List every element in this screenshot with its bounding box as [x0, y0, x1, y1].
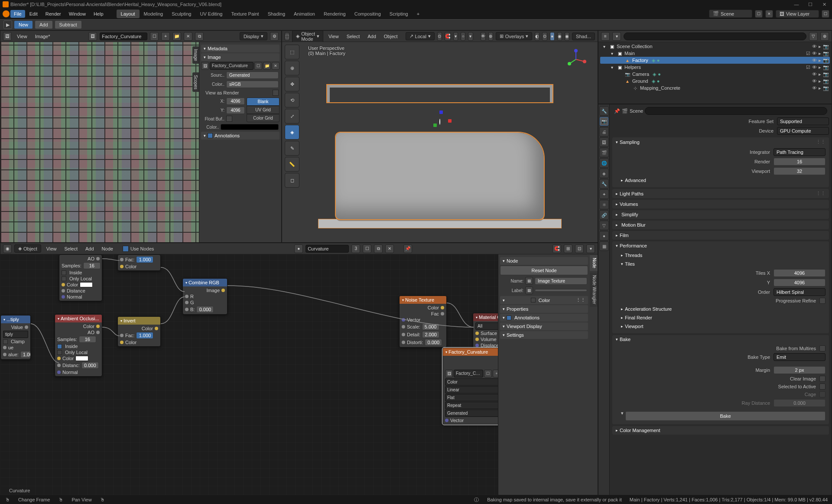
menu-render[interactable]: Render — [42, 10, 65, 18]
sect-sampling[interactable]: Sampling⋮⋮ — [612, 137, 829, 146]
prop-pin-icon[interactable]: 📌 — [614, 108, 620, 114]
ptab-material-icon[interactable]: ● — [599, 231, 609, 241]
ptab-modifier-icon[interactable]: 🔧 — [599, 179, 609, 189]
tab-uv-editing[interactable]: UV Editing — [195, 10, 227, 18]
material-icon[interactable]: ● — [657, 58, 660, 63]
scene-delete-button[interactable]: ✕ — [765, 10, 773, 18]
node-menu-add[interactable]: Add — [83, 245, 97, 252]
visibility-eye-icon[interactable]: 👁 — [812, 44, 817, 49]
render-visibility-icon[interactable]: 📷 — [823, 85, 829, 91]
sect-motion-blur[interactable]: Motion Blur — [612, 221, 829, 229]
tool-transform-icon[interactable]: ◈ — [285, 125, 299, 140]
bake-margin-field[interactable]: 2 px — [774, 366, 826, 374]
tiles-y-field[interactable]: 4096 — [774, 279, 826, 286]
node-name-field[interactable]: Image Texture — [535, 277, 587, 285]
image-options-icon[interactable]: ⚙ — [270, 32, 279, 41]
slot-unlink-icon[interactable]: ✕ — [385, 244, 394, 253]
outliner-filter-icon[interactable]: ▽ — [809, 32, 818, 41]
snap-type-icon[interactable]: ▾ — [453, 32, 458, 41]
collection-checkbox[interactable]: ☑ — [806, 51, 810, 56]
outliner-item-scene-collection[interactable]: ▾▣Scene Collection👁▸📷 — [600, 43, 830, 50]
gen-type-blank[interactable]: Blank — [247, 98, 280, 106]
close-button[interactable]: ✕ — [819, 2, 829, 7]
tiles-x-field[interactable]: 4096 — [774, 269, 826, 277]
outliner-item-mapping_concrete[interactable]: ⊹Mapping_Concrete👁▸📷 — [600, 85, 830, 91]
tab-rendering[interactable]: Rendering — [319, 10, 350, 18]
ptab-output-icon[interactable]: 🖨 — [599, 127, 609, 137]
visibility-icon[interactable]: 👁 — [481, 32, 486, 41]
blender-icon[interactable] — [3, 10, 10, 17]
bake-button[interactable]: Bake — [625, 411, 826, 421]
tab-texture-paint[interactable]: Texture Paint — [227, 10, 263, 18]
clear-image-checkbox[interactable] — [819, 376, 826, 382]
sect-final-render[interactable]: Final Render — [621, 313, 826, 322]
proportional-icon[interactable]: ○ — [461, 32, 465, 41]
tab-modeling[interactable]: Modeling — [140, 10, 168, 18]
node-mix[interactable]: Fac:1.000 Color — [117, 254, 161, 271]
node-noise-texture[interactable]: Noise Texture Color Fac Vector Scale:5.0… — [399, 296, 447, 348]
tool-addcube-icon[interactable]: ◻ — [285, 173, 299, 188]
menu-help[interactable]: Help — [90, 10, 107, 18]
shade-wire-icon[interactable]: ⊙ — [542, 32, 547, 41]
vp-menu-object[interactable]: Object — [381, 33, 400, 40]
tool-cursor-icon[interactable]: ⊕ — [285, 61, 299, 75]
sect-advanced[interactable]: Advanced — [621, 176, 826, 185]
node-menu-view[interactable]: View — [44, 245, 59, 252]
overlays-dropdown[interactable]: ⊞Overlays▾ — [496, 32, 532, 40]
selectable-icon[interactable]: ▸ — [819, 78, 821, 84]
shading-dropdown[interactable]: Shad... — [572, 33, 595, 40]
bool-new-button[interactable]: New — [14, 20, 33, 29]
shade-solid-icon[interactable]: ● — [550, 32, 555, 41]
manipulator-gizmo[interactable] — [439, 119, 440, 124]
tool-measure-icon[interactable]: 📏 — [285, 157, 299, 172]
shade-matprev-icon[interactable]: ◉ — [557, 32, 562, 41]
reset-node-button[interactable]: Reset Node — [500, 266, 588, 275]
tool-scale-icon[interactable]: ⤢ — [285, 109, 299, 124]
side-node[interactable]: Node — [500, 257, 588, 265]
image-users-icon[interactable]: ☐ — [150, 32, 159, 41]
outliner-display-dropdown[interactable]: ▾ — [612, 32, 621, 41]
ptab-object-icon[interactable]: ◈ — [599, 169, 609, 178]
bool-subtract-button[interactable]: Subtract — [55, 20, 82, 29]
mesh-data-icon[interactable]: ◈ — [653, 72, 656, 77]
sect-perf-viewport[interactable]: Viewport — [621, 322, 826, 331]
shade-rendered-icon[interactable]: ◉ — [565, 32, 569, 41]
gen-type-colorgrid[interactable]: Color Grid — [247, 114, 280, 122]
tool-rotate-icon[interactable]: ⟲ — [285, 93, 299, 107]
sect-color-mgmt[interactable]: Color Management — [612, 426, 829, 435]
device-dropdown[interactable]: GPU Compute — [777, 127, 829, 135]
use-nodes-checkbox[interactable] — [123, 246, 129, 252]
ptab-world-icon[interactable]: 🌐 — [599, 158, 609, 168]
vp-menu-add[interactable]: Add — [365, 33, 379, 40]
node-label-field[interactable] — [535, 289, 587, 292]
bake-multires-checkbox[interactable] — [819, 345, 826, 351]
visibility-eye-icon[interactable]: 👁 — [812, 72, 817, 77]
outliner-new-collection-icon[interactable]: ⊕ — [820, 32, 829, 41]
collection-checkbox[interactable]: ☑ — [806, 65, 810, 70]
visibility-eye-icon[interactable]: 👁 — [812, 51, 817, 56]
editor-type-outliner-icon[interactable]: ≡ — [601, 32, 610, 41]
img-open2-icon[interactable]: 📁 — [263, 62, 271, 70]
render-visibility-icon[interactable]: 📷 — [823, 58, 829, 63]
editor-type-3d-icon[interactable]: ⬚ — [285, 32, 289, 41]
tab-layout[interactable]: Layout — [117, 10, 140, 18]
side-settings[interactable]: Settings — [500, 331, 588, 339]
node-type-dropdown[interactable]: ◈Object — [14, 244, 41, 253]
properties-search[interactable] — [645, 107, 827, 115]
editor-type-icon[interactable]: 🖼 — [3, 32, 12, 41]
slot-browse-icon[interactable]: ● — [294, 244, 303, 253]
nodename-browse-icon[interactable]: ▦ — [525, 277, 533, 285]
gen-y-field[interactable]: 4096 — [226, 107, 245, 114]
ptab-constraint-icon[interactable]: 🔗 — [599, 210, 609, 220]
snap-icon[interactable]: 🧲 — [445, 32, 451, 41]
side-color[interactable]: Color⋮⋮ — [500, 296, 588, 304]
menu-file[interactable]: File — [10, 10, 25, 18]
scene-selector[interactable]: 🎬Scene — [709, 10, 752, 18]
tab-add[interactable]: + — [413, 10, 424, 18]
tab-sculpting[interactable]: Sculpting — [167, 10, 195, 18]
orientation-dropdown[interactable]: ↗Local▾ — [406, 32, 435, 40]
bake-type-dropdown[interactable]: Emit — [774, 353, 826, 361]
annotations-checkbox[interactable] — [208, 133, 213, 138]
feature-set-dropdown[interactable]: Supported — [777, 117, 829, 125]
pin-icon[interactable]: 📌 — [403, 244, 412, 253]
